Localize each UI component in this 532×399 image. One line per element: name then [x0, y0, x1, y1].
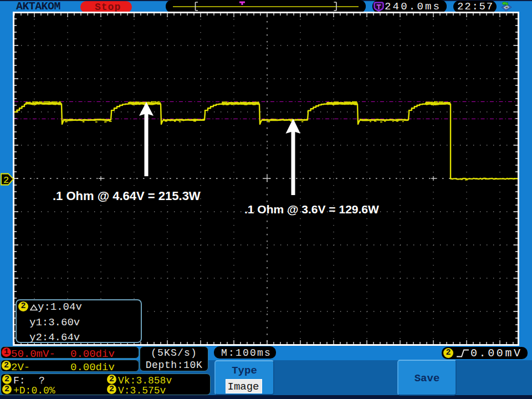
svg-text:2: 2: [3, 175, 9, 186]
